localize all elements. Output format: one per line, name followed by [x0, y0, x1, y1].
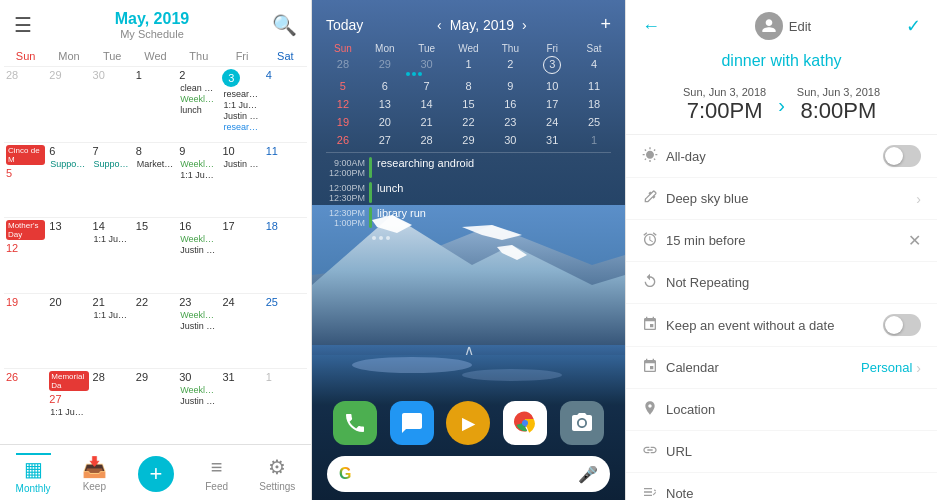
cal-cell[interactable]: 31 [220, 369, 263, 444]
cal-cell[interactable]: 29 [134, 369, 177, 444]
widget-day-cell[interactable]: 24 [531, 114, 573, 130]
widget-day-cell[interactable]: 23 [489, 114, 531, 130]
cal-cell[interactable]: 9 Weekly Hang 1:1 Justin-Da [177, 143, 220, 218]
footer-monthly[interactable]: ▦ Monthly [16, 453, 51, 494]
cal-cell[interactable]: 1 [264, 369, 307, 444]
footer-feed[interactable]: ≡ Feed [205, 456, 228, 492]
cal-cell[interactable]: 19 [4, 294, 47, 369]
camera-icon[interactable] [560, 401, 604, 445]
widget-day-cell[interactable]: 27 [364, 132, 406, 148]
allday-toggle[interactable] [883, 145, 921, 167]
messages-icon[interactable] [390, 401, 434, 445]
widget-day-cell[interactable]: 2 [489, 56, 531, 72]
menu-icon[interactable]: ☰ [14, 13, 32, 37]
next-month-button[interactable]: › [522, 17, 527, 33]
cal-cell[interactable]: 13 [47, 218, 90, 293]
widget-event-item[interactable]: 9:00AM12:00PM researching android [324, 157, 613, 178]
widget-day-cell[interactable]: 9 [489, 78, 531, 94]
collapse-handle[interactable]: ∧ [464, 342, 474, 358]
widget-event-item[interactable]: 12:30PM1:00PM library run [324, 207, 613, 228]
widget-day-cell[interactable]: 1 [573, 132, 615, 148]
widget-day-cell[interactable]: 6 [364, 78, 406, 94]
cal-cell-today[interactable]: 3 researching a 1:1 Justin-Da Justin Pot… [220, 67, 263, 142]
cal-cell[interactable]: 7 Support Retr [91, 143, 134, 218]
cal-cell[interactable]: 25 [264, 294, 307, 369]
note-row[interactable]: Note [626, 473, 937, 500]
phone-icon[interactable] [333, 401, 377, 445]
widget-day-cell[interactable]: 30 [406, 56, 448, 72]
start-time-block[interactable]: Sun, Jun 3, 2018 7:00PM [683, 86, 766, 124]
cal-cell[interactable]: 10 Justin Pot on [220, 143, 263, 218]
remove-reminder-button[interactable]: ✕ [908, 231, 921, 250]
cal-cell[interactable]: 29 [47, 67, 90, 142]
cal-cell[interactable]: 6 Support Retr [47, 143, 90, 218]
google-search-bar[interactable]: G 🎤 [327, 456, 610, 492]
widget-day-cell[interactable]: 28 [322, 56, 364, 72]
cal-cell[interactable]: 21 1:1 Justin-Da [91, 294, 134, 369]
cal-cell[interactable]: Memorial Da 27 1:1 Justin-Da [47, 369, 90, 444]
widget-day-cell[interactable]: 19 [322, 114, 364, 130]
cal-cell[interactable]: Cinco de M 5 [4, 143, 47, 218]
add-event-button[interactable]: + [600, 14, 611, 35]
cal-cell[interactable]: 23 Weekly Hang Justin Pot on [177, 294, 220, 369]
cal-cell[interactable]: 22 [134, 294, 177, 369]
back-button[interactable]: ← [642, 16, 660, 37]
search-icon[interactable]: 🔍 [272, 13, 297, 37]
google-mic-icon[interactable]: 🎤 [578, 465, 598, 484]
widget-day-cell[interactable]: 26 [322, 132, 364, 148]
widget-day-cell[interactable]: 15 [448, 96, 490, 112]
widget-day-cell[interactable]: 20 [364, 114, 406, 130]
cal-cell[interactable]: 4 [264, 67, 307, 142]
cal-cell[interactable]: 24 [220, 294, 263, 369]
cal-cell[interactable]: 18 [264, 218, 307, 293]
cal-cell[interactable]: 1 [134, 67, 177, 142]
cal-cell[interactable]: Mother's Day 12 [4, 218, 47, 293]
widget-day-cell[interactable]: 1 [448, 56, 490, 72]
avatar-edit-group[interactable]: Edit [755, 12, 811, 40]
widget-day-cell[interactable]: 21 [406, 114, 448, 130]
widget-day-cell[interactable]: 12 [322, 96, 364, 112]
cal-cell[interactable]: 16 Weekly Hang Justin Pot on [177, 218, 220, 293]
widget-day-cell[interactable]: 8 [448, 78, 490, 94]
widget-day-cell[interactable]: 11 [573, 78, 615, 94]
widget-day-cell[interactable]: 4 [573, 56, 615, 72]
widget-day-cell[interactable]: 10 [531, 78, 573, 94]
cal-cell[interactable]: 15 [134, 218, 177, 293]
cal-cell[interactable]: 20 [47, 294, 90, 369]
widget-day-cell[interactable]: 29 [448, 132, 490, 148]
widget-day-cell[interactable]: 5 [322, 78, 364, 94]
end-time-block[interactable]: Sun, Jun 3, 2018 8:00PM [797, 86, 880, 124]
cal-cell[interactable]: 30 [91, 67, 134, 142]
no-date-toggle[interactable] [883, 314, 921, 336]
footer-settings[interactable]: ⚙ Settings [259, 455, 295, 492]
cal-cell[interactable]: 14 1:1 Justin-Da [91, 218, 134, 293]
footer-keep[interactable]: 📥 Keep [82, 455, 107, 492]
cal-cell[interactable]: 8 Marketing All [134, 143, 177, 218]
widget-day-cell[interactable]: 29 [364, 56, 406, 72]
widget-day-cell[interactable]: 31 [531, 132, 573, 148]
color-row[interactable]: Deep sky blue › [626, 178, 937, 220]
cal-cell[interactable]: 26 [4, 369, 47, 444]
cal-cell[interactable]: 28 [91, 369, 134, 444]
widget-day-cell[interactable]: 16 [489, 96, 531, 112]
prev-month-button[interactable]: ‹ [437, 17, 442, 33]
plex-icon[interactable]: ▶ [446, 401, 490, 445]
cal-cell[interactable]: 28 [4, 67, 47, 142]
calendar-row[interactable]: Calendar Personal › [626, 347, 937, 389]
cal-cell[interactable]: 2 clean out in Weekly Hang lunch [177, 67, 220, 142]
cal-cell[interactable]: 11 [264, 143, 307, 218]
cal-cell[interactable]: 17 [220, 218, 263, 293]
widget-day-cell[interactable]: 14 [406, 96, 448, 112]
widget-day-cell[interactable]: 30 [489, 132, 531, 148]
widget-day-cell[interactable]: 13 [364, 96, 406, 112]
url-row[interactable]: URL [626, 431, 937, 473]
check-button[interactable]: ✓ [906, 15, 921, 37]
widget-day-today[interactable]: 3 [531, 56, 573, 72]
fab-add-button[interactable]: + [138, 456, 174, 492]
cal-cell[interactable]: 30 Weekly Hang Justin Pot on [177, 369, 220, 444]
repeat-row[interactable]: Not Repeating [626, 262, 937, 304]
widget-day-cell[interactable]: 18 [573, 96, 615, 112]
widget-day-cell[interactable]: 7 [406, 78, 448, 94]
widget-day-cell[interactable]: 17 [531, 96, 573, 112]
widget-day-cell[interactable]: 25 [573, 114, 615, 130]
